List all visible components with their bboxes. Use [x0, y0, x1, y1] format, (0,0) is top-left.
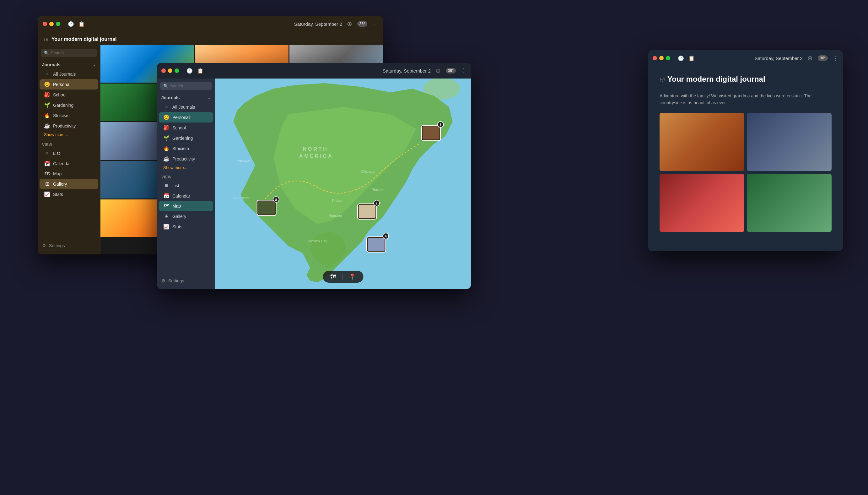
sidebar-item-all-journals[interactable]: ≡ All Journals [39, 69, 98, 79]
mid-titlebar-right: Saturday, September 2 ⊕ 36° ⋮ [383, 68, 466, 74]
front-close-button[interactable] [653, 56, 657, 60]
view-stats[interactable]: 📈 Stats [39, 189, 98, 200]
school-icon: 🎒 [44, 92, 50, 98]
sidebar-item-productivity[interactable]: ☕ Productivity [39, 121, 98, 131]
mid-personal[interactable]: 😊 Personal [159, 112, 213, 122]
mid-journals-label: Journals [161, 95, 180, 100]
search-input[interactable] [51, 51, 94, 55]
svg-text:Dallas: Dallas [332, 199, 342, 203]
titlebar-icons: 🕐 📋 [68, 21, 85, 27]
all-journals-icon: ≡ [44, 71, 50, 77]
mid-show-more[interactable]: Show more... [159, 164, 213, 171]
show-more-button[interactable]: Show more... [39, 131, 98, 138]
mid-stoicism-label: Stoicism [172, 146, 189, 151]
front-weather-badge: 36° [818, 55, 828, 61]
svg-text:2: 2 [376, 202, 378, 205]
journal-photo-4[interactable] [747, 174, 832, 232]
mid-maximize-button[interactable] [175, 68, 179, 73]
journal-photo-3[interactable] [659, 174, 744, 232]
svg-text:NORTH: NORTH [303, 146, 328, 152]
add-icon[interactable]: ⊕ [347, 21, 353, 27]
front-maximize-button[interactable] [666, 56, 670, 60]
svg-rect-13 [423, 126, 440, 139]
traffic-lights [43, 22, 60, 26]
mid-calendar-label: Calendar [172, 193, 190, 199]
mid-productivity-label: Productivity [172, 156, 195, 161]
back-window-sidebar: 🔍 Journals ⌄ ≡ All Journals 😊 Personal 🎒… [38, 45, 101, 254]
productivity-icon: ☕ [44, 123, 50, 129]
journal-photo-2[interactable] [747, 113, 832, 171]
mid-school[interactable]: 🎒 School [159, 122, 213, 133]
front-more-icon[interactable]: ⋮ [832, 55, 838, 61]
mid-view-stats[interactable]: 📈 Stats [159, 221, 213, 232]
mid-minimize-button[interactable] [168, 68, 172, 73]
gallery-icon: ⊞ [44, 181, 50, 187]
mid-personal-icon: 😊 [163, 114, 170, 120]
more-icon[interactable]: ⋮ [372, 21, 378, 27]
mid-productivity[interactable]: ☕ Productivity [159, 154, 213, 164]
minimize-button[interactable] [49, 22, 54, 26]
mid-note-icon[interactable]: 📋 [197, 68, 203, 74]
mid-search-input[interactable] [170, 84, 209, 88]
settings-item[interactable]: ⚙ Settings [38, 241, 100, 251]
mid-weather-badge: 36° [446, 68, 456, 73]
view-calendar[interactable]: 📅 Calendar [39, 158, 98, 169]
sidebar-item-personal[interactable]: 😊 Personal [39, 79, 98, 89]
svg-text:8: 8 [275, 198, 277, 202]
mid-view-map[interactable]: 🗺 Map [159, 201, 213, 211]
journals-label: Journals [42, 62, 60, 67]
mid-view-gallery[interactable]: ⊞ Gallery [159, 211, 213, 221]
svg-text:4: 4 [385, 235, 387, 238]
front-minimize-button[interactable] [659, 56, 663, 60]
map-container[interactable]: Chicago Toronto Dallas Houston Mexico Ci… [215, 79, 471, 289]
mid-school-icon: 🎒 [163, 125, 170, 131]
mid-view-list[interactable]: ≡ List [159, 181, 213, 191]
mid-close-button[interactable] [161, 68, 166, 73]
greeting-area: Hi Your modern digital journal [38, 32, 383, 45]
mid-view-label: View [157, 174, 215, 181]
svg-text:1: 1 [440, 123, 441, 126]
journal-body: Hi Your modern digital journal Adventure… [648, 66, 843, 251]
mid-gardening[interactable]: 🌱 Gardening [159, 133, 213, 143]
view-gallery[interactable]: ⊞ Gallery [39, 179, 98, 189]
mid-add-icon[interactable]: ⊕ [435, 68, 441, 74]
front-note-icon[interactable]: 📋 [688, 55, 695, 61]
mid-clock-icon[interactable]: 🕐 [187, 68, 193, 74]
note-icon[interactable]: 📋 [78, 21, 85, 27]
view-map[interactable]: 🗺 Map [39, 169, 98, 179]
mid-journals-header: Journals ⌄ [157, 94, 215, 102]
mid-settings[interactable]: ⚙ Settings [157, 276, 215, 286]
gallery-label: Gallery [53, 182, 67, 187]
front-titlebar-right: Saturday, September 2 ⊕ 36° ⋮ [755, 55, 838, 61]
sidebar-item-stoicism[interactable]: 🔥 Stoicism [39, 110, 98, 121]
mid-stoicism[interactable]: 🔥 Stoicism [159, 143, 213, 154]
clock-icon[interactable]: 🕐 [68, 21, 74, 27]
calendar-label: Calendar [53, 161, 71, 166]
sidebar-item-school[interactable]: 🎒 School [39, 89, 98, 100]
mid-all-journals[interactable]: ≡ All Journals [159, 102, 213, 112]
stoicism-label: Stoicism [53, 113, 70, 118]
sidebar-item-gardening[interactable]: 🌱 Gardening [39, 100, 98, 110]
mid-stats-icon: 📈 [163, 224, 170, 229]
maximize-button[interactable] [56, 22, 60, 26]
journal-photo-1[interactable] [659, 113, 744, 171]
mid-gallery-icon: ⊞ [163, 213, 170, 219]
close-button[interactable] [43, 22, 47, 26]
mid-window-body: 🔍 Journals ⌄ ≡ All Journals 😊 Personal 🎒… [157, 79, 471, 289]
view-list[interactable]: ≡ List [39, 148, 98, 158]
mid-more-icon[interactable]: ⋮ [460, 68, 466, 74]
titlebar-right: Saturday, September 2 ⊕ 36° ⋮ [294, 21, 378, 27]
mid-search-bar[interactable]: 🔍 [160, 82, 212, 90]
pin-view-button[interactable]: 📍 [349, 273, 356, 280]
mid-view-calendar[interactable]: 📅 Calendar [159, 191, 213, 201]
svg-text:Houston: Houston [329, 213, 342, 217]
gardening-label: Gardening [53, 103, 73, 108]
front-add-icon[interactable]: ⊕ [807, 55, 813, 61]
mid-search-icon: 🔍 [163, 84, 168, 88]
front-clock-icon[interactable]: 🕐 [678, 55, 684, 61]
search-bar[interactable]: 🔍 [41, 49, 97, 57]
journal-greeting-text: Hi [659, 76, 665, 83]
stats-icon: 📈 [44, 191, 50, 197]
calendar-icon: 📅 [44, 160, 50, 167]
map-view-button[interactable]: 🗺 [330, 274, 336, 280]
